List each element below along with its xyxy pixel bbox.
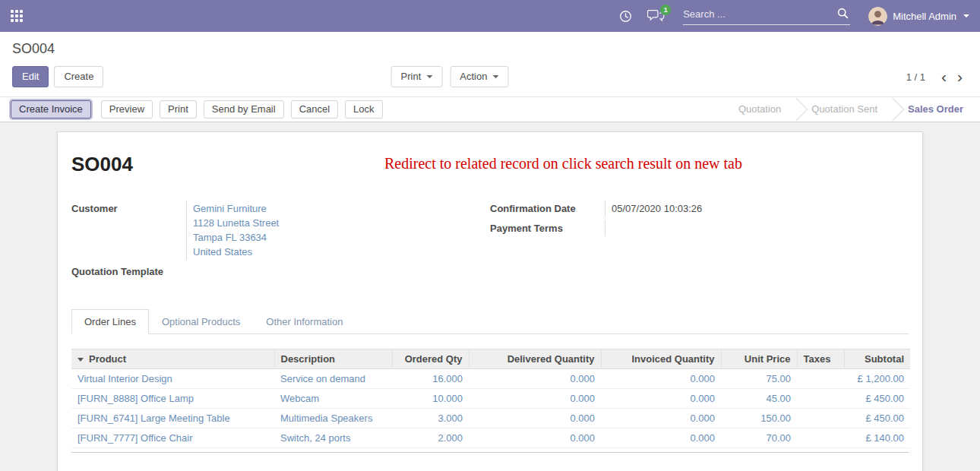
cell-invoiced-qty[interactable]: 0.000 [601, 389, 721, 409]
cell-description[interactable]: Multimedia Speakers [274, 409, 392, 428]
form-content: SO004 Redirect to related record on clic… [0, 122, 980, 471]
messages-badge: 1 [660, 5, 671, 15]
cell-invoiced-qty[interactable]: 0.000 [601, 409, 721, 428]
chevron-down-icon [963, 14, 969, 17]
cell-unit-price[interactable]: 150.00 [721, 409, 797, 428]
lock-button[interactable]: Lock [345, 100, 382, 119]
top-navbar: 1 Mitchell Admin [0, 0, 980, 32]
print-dropdown[interactable]: Print [391, 66, 443, 87]
column-header-unit-price[interactable]: Unit Price [721, 349, 797, 369]
cell-delivered-qty[interactable]: 0.000 [469, 428, 601, 448]
cell-description[interactable]: Service on demand [274, 369, 392, 389]
form-statusbar: Create Invoice Preview Print Send by Ema… [0, 96, 980, 122]
status-stages: Quotation Quotation Sent Sales Order [725, 97, 980, 122]
pager-prev-button[interactable]: ‹ [936, 69, 952, 84]
confirmation-date-label: Confirmation Date [490, 201, 605, 217]
cell-delivered-qty[interactable]: 0.000 [469, 389, 601, 409]
order-line-row[interactable]: [FURN_7777] Office Chair Switch, 24 port… [71, 428, 910, 448]
cell-subtotal[interactable]: £ 140.00 [844, 428, 910, 448]
cell-product[interactable]: [FURN_8888] Office Lamp [71, 389, 274, 409]
order-lines-table: Product Description Ordered Qty Delivere… [71, 349, 910, 448]
payment-terms-value [605, 220, 612, 236]
messages-icon[interactable]: 1 [647, 9, 665, 23]
cell-ordered-qty[interactable]: 10.000 [392, 389, 469, 409]
payment-terms-label: Payment Terms [490, 220, 605, 236]
order-line-row[interactable]: [FURN_8888] Office Lamp Webcam 10.000 0.… [71, 389, 910, 409]
customer-link-line[interactable]: 1128 Lunetta Street [193, 216, 279, 230]
cell-delivered-qty[interactable]: 0.000 [469, 409, 601, 428]
preview-button[interactable]: Preview [101, 100, 153, 119]
cell-ordered-qty[interactable]: 2.000 [392, 428, 469, 448]
search-input[interactable] [683, 8, 836, 20]
create-button[interactable]: Create [54, 66, 103, 87]
table-header-row: Product Description Ordered Qty Delivere… [71, 349, 910, 369]
cell-taxes[interactable] [797, 389, 844, 409]
stage-sales-order[interactable]: Sales Order [894, 96, 977, 122]
search-icon[interactable] [836, 8, 850, 21]
pager-next-button[interactable]: › [952, 69, 968, 84]
column-header-subtotal[interactable]: Subtotal [844, 349, 910, 369]
cell-subtotal[interactable]: £ 1,200.00 [844, 369, 910, 389]
cell-delivered-qty[interactable]: 0.000 [469, 369, 601, 389]
column-header-ordered-qty[interactable]: Ordered Qty [392, 349, 469, 369]
cell-unit-price[interactable]: 70.00 [721, 428, 797, 448]
quotation-template-label: Quotation Template [71, 264, 187, 280]
cell-taxes[interactable] [797, 428, 844, 448]
confirmation-date-value: 05/07/2020 10:03:26 [605, 201, 702, 217]
column-header-invoiced-qty[interactable]: Invoiced Quantity [601, 349, 721, 369]
cell-product[interactable]: Virtual Interior Design [71, 369, 274, 389]
cell-description[interactable]: Webcam [274, 389, 392, 409]
cell-subtotal[interactable]: £ 450.00 [844, 389, 910, 409]
tab-order-lines[interactable]: Order Lines [71, 309, 149, 334]
breadcrumb: SO004 [12, 41, 968, 57]
record-title: SO004 [71, 153, 133, 175]
control-panel: SO004 Edit Create Print Action 1 / 1 ‹ › [0, 32, 980, 96]
user-menu[interactable]: Mitchell Admin [868, 7, 969, 26]
customer-link-line[interactable]: United States [193, 245, 279, 259]
cell-taxes[interactable] [797, 409, 844, 428]
customer-link-line[interactable]: Gemini Furniture [193, 201, 279, 216]
column-header-taxes[interactable]: Taxes [797, 349, 844, 369]
cell-taxes[interactable] [797, 369, 844, 389]
avatar[interactable] [868, 7, 887, 26]
record-sheet: SO004 Redirect to related record on clic… [57, 131, 923, 471]
user-name[interactable]: Mitchell Admin [893, 11, 956, 22]
annotation-note: Redirect to related record on click sear… [384, 155, 742, 172]
notebook-tabs: Order Lines Optional Products Other Info… [71, 309, 909, 334]
cell-ordered-qty[interactable]: 3.000 [392, 409, 469, 428]
sort-caret-icon [77, 358, 84, 362]
cell-product[interactable]: [FURN_7777] Office Chair [71, 428, 274, 448]
order-line-row[interactable]: [FURN_6741] Large Meeting Table Multimed… [71, 409, 910, 428]
create-invoice-button[interactable]: Create Invoice [11, 100, 91, 119]
column-header-description[interactable]: Description [274, 349, 392, 369]
chevron-down-icon [492, 75, 498, 78]
cell-product[interactable]: [FURN_6741] Large Meeting Table [71, 409, 274, 428]
edit-button[interactable]: Edit [12, 66, 49, 87]
print-button[interactable]: Print [160, 100, 197, 119]
cell-unit-price[interactable]: 45.00 [721, 389, 797, 409]
column-header-product[interactable]: Product [71, 349, 274, 369]
apps-menu-icon[interactable] [11, 10, 23, 22]
cell-invoiced-qty[interactable]: 0.000 [601, 428, 721, 448]
send-by-email-button[interactable]: Send by Email [204, 100, 284, 119]
stage-quotation-sent[interactable]: Quotation Sent [798, 96, 891, 122]
table-bottom-border [71, 448, 909, 453]
cell-unit-price[interactable]: 75.00 [721, 369, 797, 389]
column-header-delivered-qty[interactable]: Delivered Quantity [469, 349, 601, 369]
navbar-search [683, 8, 850, 25]
cell-subtotal[interactable]: £ 450.00 [844, 409, 910, 428]
pager-count: 1 / 1 [906, 71, 925, 83]
tab-other-information[interactable]: Other Information [253, 309, 356, 334]
order-line-row[interactable]: Virtual Interior Design Service on deman… [71, 369, 910, 389]
cell-invoiced-qty[interactable]: 0.000 [601, 369, 721, 389]
customer-link-line[interactable]: Tampa FL 33634 [193, 230, 279, 245]
cancel-button[interactable]: Cancel [291, 100, 338, 119]
chevron-down-icon [426, 75, 432, 78]
cell-ordered-qty[interactable]: 16.000 [392, 369, 469, 389]
activities-clock-icon[interactable] [619, 10, 632, 23]
cell-description[interactable]: Switch, 24 ports [274, 428, 392, 448]
action-dropdown[interactable]: Action [450, 66, 508, 87]
tab-optional-products[interactable]: Optional Products [149, 309, 253, 334]
quotation-template-value [187, 264, 193, 280]
customer-label: Customer [71, 201, 187, 260]
